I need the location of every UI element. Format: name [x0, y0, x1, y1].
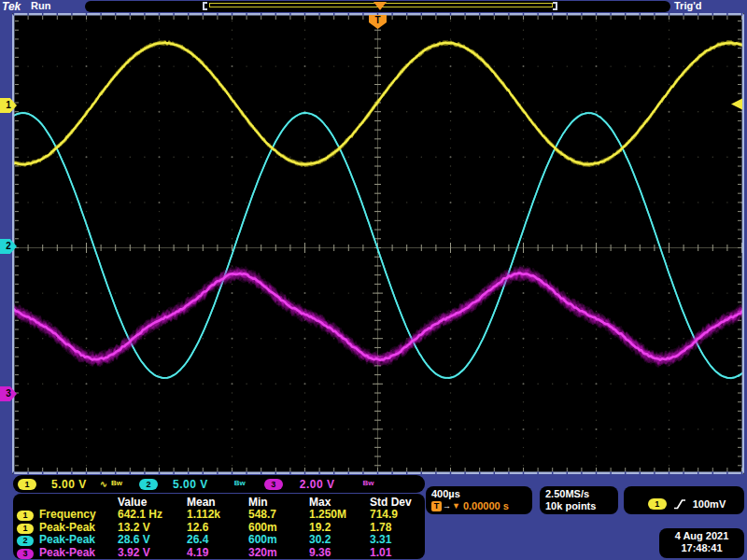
measurement-min: 320m: [248, 546, 309, 559]
date-label: 4 Aug 2021: [661, 530, 742, 542]
time-per-division: 400µs: [431, 488, 532, 500]
measurement-value: 13.2 V: [118, 521, 187, 534]
measurement-std: 714.9: [370, 508, 421, 521]
measurement-header-row: Value Mean Min Max Std Dev: [17, 496, 425, 509]
time-label: 17:48:41: [661, 542, 742, 554]
svg-text:T: T: [374, 15, 380, 25]
arrow-down-icon: ▼: [452, 500, 460, 512]
measurement-std: 3.31: [370, 533, 421, 546]
graticule-display: T: [12, 13, 744, 474]
col-mean: Mean: [187, 496, 248, 509]
arrow-right-icon: →: [443, 500, 451, 512]
trigger-level: 100mV: [693, 498, 726, 511]
ch3-scale[interactable]: 2.00 V: [300, 478, 335, 491]
measurement-std: 1.01: [370, 546, 421, 559]
measurement-value: 642.1 Hz: [118, 508, 187, 521]
measurement-name: Peak-Peak: [39, 521, 118, 534]
row-ch2-badge: 2: [17, 536, 34, 546]
wave-record-view[interactable]: [85, 1, 670, 12]
measurement-max: 1.250M: [309, 508, 370, 521]
horizontal-settings-box[interactable]: 400µs T→▼0.00000 s: [426, 486, 532, 514]
acquisition-info-box[interactable]: 2.50MS/s 10k points: [540, 486, 618, 514]
waveform-canvas: T: [12, 13, 744, 474]
measurement-table: Value Mean Min Max Std Dev 1 Frequency 6…: [13, 494, 425, 559]
measurement-name: Peak-Peak: [39, 533, 118, 546]
measurement-max: 9.36: [309, 546, 370, 559]
record-trigger-position-icon[interactable]: [374, 2, 387, 10]
ch1-bandwidth-icon: Bw: [111, 479, 122, 487]
measurement-mean: 26.4: [187, 533, 248, 546]
trigger-settings-box[interactable]: 1 100mV: [624, 486, 744, 514]
trigger-delay: 0.00000 s: [463, 500, 509, 512]
col-min: Min: [248, 496, 309, 509]
datetime-box: 4 Aug 2021 17:48:41: [659, 528, 744, 558]
measurement-value: 28.6 V: [118, 533, 187, 546]
top-status-bar: Tek Run Trig'd: [0, 0, 747, 13]
measurement-std: 1.78: [370, 521, 421, 534]
measurement-max: 19.2: [309, 521, 370, 534]
measurement-row-ch1-frequency: 1 Frequency 642.1 Hz 1.112k 548.7 1.250M…: [17, 509, 425, 522]
measurement-mean: 1.112k: [187, 508, 248, 521]
ch1-coupling-icon: ∿: [100, 479, 107, 489]
record-length: 10k points: [545, 500, 618, 512]
measurement-min: 600m: [248, 533, 309, 546]
trigger-t-icon: T: [431, 501, 442, 511]
ch3-bandwidth-icon: Bw: [363, 479, 374, 487]
measurement-mean: 4.19: [187, 546, 248, 559]
record-right-bracket-icon: [553, 2, 557, 10]
col-stddev: Std Dev: [370, 496, 421, 509]
ch2-badge[interactable]: 2: [139, 479, 158, 490]
ch2-scale[interactable]: 5.00 V: [173, 478, 208, 491]
ch2-bandwidth-icon: Bw: [234, 479, 246, 487]
trigger-source-badge: 1: [648, 498, 667, 510]
record-left-bracket-icon: [203, 2, 207, 10]
ch1-badge[interactable]: 1: [18, 479, 36, 490]
tek-logo: Tek: [2, 0, 21, 13]
row-ch1-badge: 1: [17, 524, 34, 534]
ch3-badge[interactable]: 3: [264, 479, 283, 490]
sample-rate: 2.50MS/s: [545, 488, 618, 500]
measurement-max: 30.2: [309, 533, 370, 546]
col-max: Max: [309, 496, 370, 509]
measurement-name: Frequency: [39, 508, 118, 521]
rising-edge-icon: [673, 498, 686, 510]
measurement-row-ch2-peakpeak: 2 Peak-Peak 28.6 V 26.4 600m 30.2 3.31: [17, 534, 425, 547]
measurement-mean: 12.6: [187, 521, 248, 534]
trigger-status: Trig'd: [674, 0, 702, 11]
ch1-scale[interactable]: 5.00 V: [51, 478, 87, 491]
measurement-row-ch1-peakpeak: 1 Peak-Peak 13.2 V 12.6 600m 19.2 1.78: [17, 521, 425, 534]
measurement-min: 548.7: [248, 508, 309, 521]
measurement-min: 600m: [248, 521, 309, 534]
oscilloscope-screenshot: { "top_bar": { "logo": "Tek", "acquisiti…: [0, 0, 747, 560]
row-ch1-badge: 1: [17, 511, 34, 521]
acquisition-status: Run: [31, 0, 50, 11]
row-ch3-badge: 3: [17, 549, 34, 559]
col-value: Value: [118, 496, 187, 509]
channel-scale-bar: 1 5.00 V ∿ Bw 2 5.00 V Bw 3 2.00 V Bw: [13, 475, 425, 493]
measurement-row-ch3-peakpeak: 3 Peak-Peak 3.92 V 4.19 320m 9.36 1.01: [17, 546, 425, 559]
measurement-value: 3.92 V: [118, 546, 187, 559]
measurement-name: Peak-Peak: [39, 546, 118, 559]
